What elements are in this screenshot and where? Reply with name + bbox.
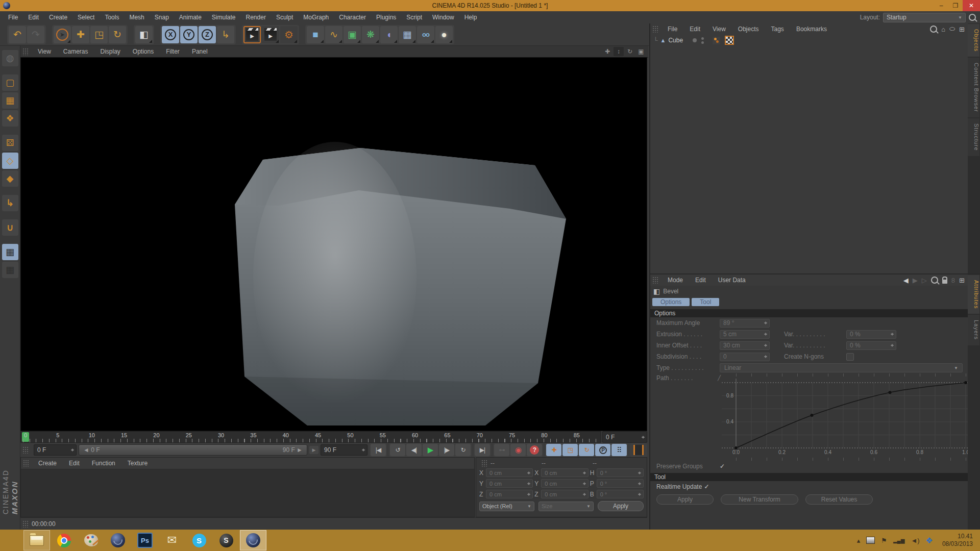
live-selection-icon[interactable]: ➤ — [54, 26, 71, 43]
chrome-icon[interactable] — [51, 530, 77, 550]
realtime-update-checkbox[interactable]: ✓ — [704, 483, 709, 490]
uvw-tag-icon[interactable] — [725, 36, 734, 45]
panel-grip[interactable] — [652, 277, 658, 284]
viewport-canvas[interactable] — [20, 57, 647, 431]
texture-mode-icon[interactable]: ▦ — [2, 92, 18, 109]
workplane-mode-icon[interactable]: ❖ — [2, 110, 18, 127]
dropbox-icon[interactable]: ❖ — [926, 536, 933, 545]
layout-dropdown[interactable]: Startup▼ — [883, 13, 966, 22]
menu-select[interactable]: Select — [72, 14, 100, 21]
ruler-frame-field[interactable]: 0 F — [602, 431, 647, 443]
am-menu-edit[interactable]: Edit — [689, 277, 712, 284]
coord-mode-dropdown[interactable]: Object (Rel)▼ — [479, 502, 534, 511]
viewport-menu-cameras[interactable]: Cameras — [57, 48, 94, 55]
om-menu-edit[interactable]: Edit — [683, 26, 706, 33]
planar-workplane-icon[interactable]: ▦ — [2, 262, 18, 278]
menu-script[interactable]: Script — [401, 14, 427, 21]
om-menu-view[interactable]: View — [706, 26, 732, 33]
mm-menu-function[interactable]: Function — [86, 460, 121, 467]
am-menu-user-data[interactable]: User Data — [712, 277, 752, 284]
side-tab-attributes[interactable]: Attributes — [968, 275, 979, 314]
coord-field-p-1[interactable]: 0 ° — [597, 479, 644, 488]
play-backwards-icon[interactable]: ↺ — [390, 444, 405, 456]
menu-help[interactable]: Help — [459, 14, 482, 21]
action-center-flag-icon[interactable]: ⚑ — [881, 537, 887, 544]
side-tab-content-browser[interactable]: Content Browser — [968, 58, 979, 117]
new-transform-button[interactable]: New Transform — [721, 494, 798, 505]
mm-menu-texture[interactable]: Texture — [121, 460, 154, 467]
navigate-icon[interactable]: ▷ — [922, 277, 927, 284]
history-forward-icon[interactable]: ▶ — [913, 277, 918, 284]
search-icon[interactable] — [969, 14, 976, 21]
side-tab-layers[interactable]: Layers — [968, 315, 979, 345]
coord-field-y-1[interactable]: 0 cm — [541, 479, 588, 488]
coord-field-x-0[interactable]: 0 cm — [486, 468, 533, 477]
viewport-menu-options[interactable]: Options — [127, 48, 160, 55]
add-cube-icon[interactable]: ■ — [307, 26, 324, 43]
menu-plugins[interactable]: Plugins — [371, 14, 401, 21]
menu-mograph[interactable]: MoGraph — [298, 14, 334, 21]
skype-icon[interactable]: S — [186, 530, 212, 550]
type-dropdown[interactable]: Linear▼ — [720, 363, 963, 372]
play-mode-icon[interactable]: ↻ — [455, 444, 471, 456]
add-environment-icon[interactable]: ▦ — [399, 26, 416, 43]
material-list[interactable] — [21, 469, 474, 517]
menu-character[interactable]: Character — [334, 14, 371, 21]
pan-view-icon[interactable]: ✚ — [602, 47, 612, 56]
menu-sculpt[interactable]: Sculpt — [271, 14, 298, 21]
previous-frame-icon[interactable]: ◀| — [406, 444, 422, 456]
coord-field-z-2[interactable]: 0 cm — [541, 490, 588, 498]
record-key-icon[interactable]: ⊶ — [494, 444, 509, 456]
object-tree[interactable]: └ ▲ Cube — [650, 35, 968, 273]
preview-range-slider[interactable]: ◄ 0 F 90 F ► — [79, 444, 307, 456]
mail-icon[interactable]: ✉ — [159, 530, 185, 550]
eye-icon[interactable]: ⬭ — [949, 25, 955, 33]
record-parameter-icon[interactable]: P — [595, 444, 610, 456]
visibility-dots[interactable] — [701, 37, 704, 40]
record-rotation-icon[interactable]: ↻ — [579, 444, 594, 456]
rotate-icon[interactable]: ↻ — [109, 26, 126, 43]
photoshop-icon[interactable]: Ps — [132, 530, 158, 550]
tool-section-header[interactable]: Tool — [650, 473, 968, 481]
scale-icon[interactable]: ◳ — [90, 26, 108, 43]
paint-icon[interactable] — [78, 530, 104, 550]
lock-icon[interactable] — [942, 280, 947, 284]
render-view-icon[interactable]: ▶ — [243, 26, 261, 43]
preserve-groups-checkbox[interactable]: ✓ — [720, 463, 725, 470]
add-deformer-icon[interactable]: ◖ — [380, 26, 398, 43]
next-frame-icon[interactable]: |▶ — [439, 444, 454, 456]
play-forwards-icon[interactable]: ▶ — [423, 444, 438, 456]
model-mode-icon[interactable]: ▢ — [2, 74, 18, 91]
coord-size-dropdown[interactable]: Size▼ — [538, 502, 594, 511]
show-hidden-icons[interactable]: ▴ — [857, 537, 861, 544]
panel-grip[interactable] — [652, 26, 658, 33]
x-axis-lock-icon[interactable]: X — [162, 26, 179, 43]
add-panel-icon[interactable]: ⊞ — [959, 277, 965, 284]
add-spline-icon[interactable]: ∿ — [325, 26, 342, 43]
make-editable-icon[interactable]: ◍ — [2, 50, 18, 66]
path-spline-graph[interactable]: 0.00.20.40.60.81.00.40.8 — [721, 373, 980, 461]
redo-icon[interactable]: ↷ — [27, 26, 44, 43]
phong-tag-icon[interactable] — [713, 37, 720, 44]
timeline-window-icon[interactable] — [631, 444, 646, 456]
record-position-icon[interactable]: ✚ — [546, 444, 561, 456]
panel-grip[interactable] — [22, 520, 29, 528]
volume-icon[interactable]: ◄) — [911, 537, 919, 544]
object-row-cube[interactable]: └ ▲ Cube — [650, 35, 968, 46]
enable-snap-icon[interactable]: ∪ — [2, 219, 18, 236]
lock-workplane-icon[interactable]: ▦ — [2, 244, 18, 260]
side-tab-objects[interactable]: Objects — [968, 24, 979, 57]
end-frame-field[interactable]: 90 F — [321, 444, 368, 456]
add-generator-icon[interactable]: ❋ — [362, 26, 379, 43]
move-icon[interactable]: ✚ — [72, 26, 89, 43]
cinema4d-active-icon[interactable] — [240, 530, 266, 550]
zoom-view-icon[interactable]: ↕ — [614, 47, 624, 56]
mm-menu-edit[interactable]: Edit — [63, 460, 86, 467]
add-subdivision-surface-icon[interactable]: ▣ — [344, 26, 361, 43]
menu-tools[interactable]: Tools — [100, 14, 124, 21]
subdivision-field[interactable]: 0 — [720, 353, 770, 361]
z-axis-lock-icon[interactable]: Z — [199, 26, 216, 43]
reset-values-button[interactable]: Reset Values — [805, 494, 873, 505]
om-menu-file[interactable]: File — [662, 26, 683, 33]
inner-offset-field[interactable]: 30 cm — [720, 341, 770, 350]
